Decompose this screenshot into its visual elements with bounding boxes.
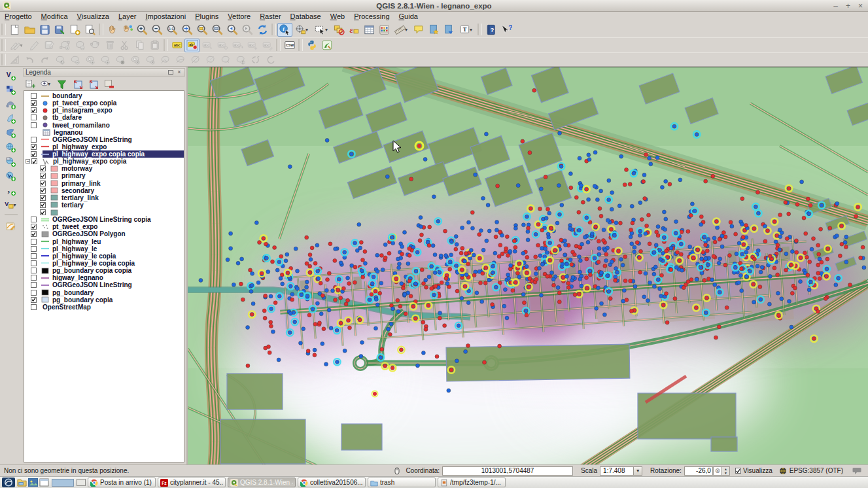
add-group-button[interactable]	[24, 78, 36, 89]
menu-progetto[interactable]: Progetto	[0, 12, 37, 22]
dropdown-arrow-icon[interactable]: ▾	[305, 27, 310, 33]
scale-combo[interactable]: 1:7.408 ▼	[600, 466, 642, 476]
zoom-out-button[interactable]	[150, 23, 165, 37]
layer-checkbox[interactable]	[40, 173, 46, 179]
select-features-button[interactable]: ▾	[312, 23, 332, 37]
layer-item-pt-tweet-expo[interactable]: pt_tweet_expo	[24, 223, 184, 230]
layer-item-primary-link[interactable]: primary_link	[24, 180, 184, 187]
refresh-map-button[interactable]	[255, 23, 270, 37]
layer-item-ogrgeojson-linestring[interactable]: OGRGeoJSON LineString	[24, 281, 184, 288]
menu-impostazioni[interactable]: Impostazioni	[141, 12, 190, 22]
new-bookmark-button[interactable]	[426, 23, 442, 37]
layer-checkbox[interactable]	[31, 224, 37, 230]
add-vector-layer-button[interactable]: V	[3, 68, 19, 82]
layer-checkbox[interactable]	[31, 304, 37, 310]
mouse-tracking-icon[interactable]	[392, 466, 402, 476]
add-spatialite-layer-button[interactable]	[3, 111, 19, 126]
text-annotation-button[interactable]: T▾	[457, 23, 476, 37]
layer-item-pl-highway-leu[interactable]: pl_highway_leu	[24, 238, 184, 245]
layer-item-pg-boundary[interactable]: pg_boundary	[24, 289, 184, 296]
crs-status[interactable]: EPSG:3857 (OTF)	[790, 467, 843, 474]
add-wcs-layer-button[interactable]	[3, 154, 19, 169]
layer-checkbox[interactable]	[31, 260, 37, 266]
new-shapefile-layer-button[interactable]: V▾	[3, 198, 19, 212]
add-raster-layer-button[interactable]	[3, 82, 19, 97]
cad-tools-button[interactable]	[7, 53, 22, 67]
redo-button[interactable]	[37, 53, 52, 67]
layer-item-motorway[interactable]: motorway	[24, 165, 184, 172]
map-canvas[interactable]	[188, 67, 868, 464]
layer-item-pg-boundary-copia[interactable]: pg_boundary copia	[24, 296, 184, 304]
layer-checkbox[interactable]	[31, 137, 37, 143]
zoom-to-selection-button[interactable]	[195, 23, 210, 37]
deselect-features-button[interactable]	[332, 23, 347, 37]
split-parts-button[interactable]	[203, 53, 218, 67]
dropdown-arrow-icon[interactable]: ▾	[20, 43, 25, 48]
toolbar-handle[interactable]	[1, 54, 6, 65]
task-posta-in-arrivo-1-[interactable]: Posta in arrivo (1) ...	[88, 478, 156, 487]
remove-layer-button[interactable]	[103, 78, 114, 89]
layer-checkbox[interactable]	[40, 188, 46, 194]
menu-vettore[interactable]: Vettore	[223, 12, 255, 22]
delete-ring-button[interactable]: ×	[128, 53, 143, 67]
moved-labels-button[interactable]: abc	[215, 39, 230, 52]
rotate-label-button[interactable]: abc	[230, 39, 245, 52]
layer-item-ogrgeojson-linestring-copia[interactable]: OGRGeoJSON LineString copia	[24, 216, 184, 223]
zoom-full-button[interactable]	[180, 23, 195, 37]
identify-features-button[interactable]: i	[277, 23, 292, 37]
copy-features-button[interactable]	[132, 39, 147, 52]
measure-button[interactable]: ▾	[392, 23, 411, 37]
dropdown-arrow-icon[interactable]: ▾	[470, 27, 474, 33]
layer-checkbox[interactable]	[40, 166, 46, 171]
rotation-clear-icon[interactable]: ⊗	[713, 466, 722, 476]
menu-visualizza[interactable]: Visualizza	[73, 12, 114, 22]
layer-checkbox[interactable]	[31, 100, 37, 106]
layer-checkbox[interactable]	[40, 195, 46, 201]
dropdown-arrow-icon[interactable]: ▾	[325, 27, 330, 33]
dock-float-button[interactable]	[168, 70, 173, 75]
map-tips-button[interactable]	[411, 23, 426, 37]
window-switcher-icon[interactable]	[39, 478, 49, 487]
current-edits-button[interactable]: ▾	[7, 39, 27, 52]
layer-checkbox[interactable]	[40, 181, 46, 186]
add-postgis-layer-button[interactable]	[3, 97, 19, 111]
pan-to-selection-button[interactable]	[120, 23, 135, 37]
rotate-point-symbols-button[interactable]	[248, 53, 263, 67]
layer-checkbox[interactable]	[31, 231, 37, 237]
file-manager-launcher-icon[interactable]	[17, 478, 27, 487]
undo-button[interactable]	[22, 53, 37, 67]
layer-item-pt-tweet-expo-copia[interactable]: pt_tweet_expo copia	[24, 99, 184, 107]
desktop-pager[interactable]	[52, 479, 74, 487]
layer-item-pg-boundary-copia-copia[interactable]: pg_boundary copia copia	[24, 267, 184, 274]
toolbar-handle[interactable]	[271, 24, 276, 35]
log-messages-button[interactable]	[319, 39, 334, 52]
messages-balloon-icon[interactable]	[852, 467, 861, 475]
task-collettiva201506-[interactable]: collettiva201506...	[298, 478, 366, 487]
toolbar-handle[interactable]	[99, 24, 103, 35]
split-features-button[interactable]	[188, 53, 203, 67]
save-project-as-button[interactable]	[52, 23, 67, 37]
save-project-button[interactable]	[37, 23, 52, 37]
menu-web[interactable]: Web	[326, 12, 349, 22]
layer-checkbox[interactable]	[31, 268, 37, 273]
change-label-button[interactable]: abc	[260, 39, 275, 52]
layer-item-tertiary-link[interactable]: tertiary_link	[24, 194, 184, 201]
collapse-all-button[interactable]	[87, 78, 99, 89]
layer-checkbox[interactable]	[40, 202, 46, 208]
add-part-button[interactable]: +	[97, 53, 113, 67]
rotation-spin-buttons[interactable]: ▲▼	[722, 466, 730, 476]
fill-ring-button[interactable]: ▣	[113, 53, 128, 67]
pan-map-button[interactable]	[105, 23, 120, 37]
toolbar-handle[interactable]	[1, 39, 6, 51]
layer-item-openstreetmap[interactable]: OpenStreetMap	[24, 304, 184, 311]
expand-all-button[interactable]	[71, 78, 83, 89]
task-trash[interactable]: trash	[368, 478, 436, 487]
task-qgis-2-8-1-wien-[interactable]: QGIS 2.8.1-Wien - ...	[228, 478, 296, 487]
paste-features-button[interactable]	[147, 39, 162, 52]
select-by-expression-button[interactable]: ε	[347, 23, 362, 37]
composer-manager-button[interactable]	[82, 23, 97, 37]
layer-item-pl-highway-expo-copia[interactable]: −pl_highway_expo copia	[24, 158, 184, 165]
toolbar-handle[interactable]	[1, 24, 6, 35]
layer-checkbox[interactable]	[31, 297, 37, 303]
layer-item-ogrgeojson-linestring[interactable]: OGRGeoJSON LineString	[24, 136, 184, 143]
